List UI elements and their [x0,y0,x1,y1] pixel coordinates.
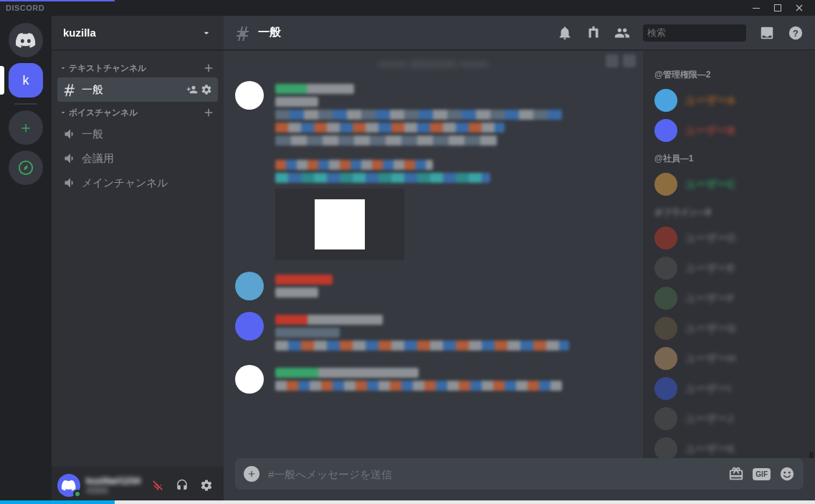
svg-point-5 [781,467,793,480]
message [235,266,631,306]
chevron-down-icon [59,64,67,72]
member-item[interactable]: ユーザーK [654,434,809,458]
chevron-down-icon [201,27,212,39]
hash-icon [63,82,77,97]
member-list: @管理権限—2 ユーザーA ユーザーB @社員—1 ユーザーC オフライン—8 … [643,50,815,458]
gear-icon[interactable] [201,84,212,95]
member-item[interactable]: ユーザーA [654,85,809,115]
message-list: ━━━━━ 2021/01/01 ━━━━━ [224,50,643,458]
main-area: 一般 ? ━━━━━ 2021/01/01 ━━━━━ [224,16,815,504]
member-item[interactable]: ユーザーE [654,253,809,283]
svg-point-7 [788,472,791,474]
window-maximize-button[interactable] [768,0,788,16]
voice-channel-main[interactable]: メインチャンネル [57,171,218,195]
explore-servers-button[interactable] [9,151,43,185]
help-icon[interactable]: ? [788,25,804,41]
deafen-button[interactable] [171,474,194,497]
emoji-icon[interactable] [779,466,795,482]
channel-sidebar: kuzilla テキストチャンネル 一般 ボイスチャンネル [52,16,224,504]
date-divider: ━━━━━ 2021/01/01 ━━━━━ [235,59,631,70]
user-avatar[interactable] [57,474,80,497]
window-close-button[interactable] [789,0,809,16]
channel-title: 一般 [258,25,281,40]
text-channel-general[interactable]: 一般 [57,77,218,102]
message-attachment[interactable] [275,189,404,260]
attach-button[interactable] [244,466,259,482]
server-separator [14,103,37,105]
channel-label: メインチャンネル [82,176,168,190]
role-heading-staff: @社員—1 [654,153,809,165]
channel-label: 会議用 [82,152,114,166]
search-box[interactable] [643,24,746,42]
svg-rect-1 [775,5,781,11]
message-composer: GIF [235,458,804,490]
member-item[interactable]: ユーザーI [654,374,809,404]
voice-channel-meeting[interactable]: 会議用 [57,146,218,171]
settings-button[interactable] [195,474,218,497]
members-icon[interactable] [614,25,630,41]
channel-header: 一般 ? [224,16,815,50]
member-scrollbar-thumb[interactable] [809,452,814,458]
member-item[interactable]: ユーザーB [654,115,809,146]
voice-channel-general[interactable]: 一般 [57,122,218,146]
inbox-icon[interactable] [759,25,775,41]
member-item[interactable]: ユーザーG [654,313,809,343]
message-body [275,81,631,260]
role-heading-offline: オフライン—8 [654,206,809,219]
message-input[interactable] [268,468,720,480]
window-minimize-button[interactable] [746,0,766,16]
server-icon-selected[interactable]: k [9,63,43,98]
chevron-down-icon [59,108,67,117]
hash-icon [235,24,252,42]
username: kuzilla#1234 [86,476,140,486]
member-item[interactable]: ユーザーF [654,283,809,313]
channel-label: 一般 [82,128,103,141]
bottom-accent-bar [0,500,815,504]
server-column: k ＋ [0,16,52,504]
invite-icon[interactable] [186,84,198,95]
add-server-button[interactable]: ＋ [9,110,43,145]
user-panel: kuzilla#1234 #0000 [52,467,224,504]
svg-text:?: ? [793,27,799,38]
gif-button[interactable]: GIF [753,468,771,480]
message-avatar[interactable] [235,81,264,110]
server-name: kuzilla [63,27,96,39]
channel-label: 一般 [82,83,103,97]
member-item[interactable]: ユーザーC [654,169,809,199]
message [235,359,631,399]
message-avatar[interactable] [235,272,264,300]
speaker-icon [63,151,77,166]
pin-icon[interactable] [586,25,601,41]
svg-rect-0 [753,8,760,9]
member-item[interactable]: ユーザーH [654,343,809,374]
category-text-channels[interactable]: テキストチャンネル [57,57,218,77]
message [235,75,631,266]
message-avatar[interactable] [235,365,264,394]
member-item[interactable]: ユーザーD [654,223,809,253]
add-channel-icon[interactable] [202,106,215,119]
speaker-icon [63,127,77,141]
role-heading-admin: @管理権限—2 [654,69,809,81]
message-avatar[interactable] [235,312,264,341]
server-header[interactable]: kuzilla [52,16,224,50]
status-online-icon [73,490,82,498]
search-input[interactable] [647,27,768,38]
add-channel-icon[interactable] [202,62,215,75]
svg-point-6 [783,472,786,474]
user-tag: #0000 [86,486,140,495]
mute-button[interactable] [146,474,169,497]
member-item[interactable]: ユーザーJ [654,404,809,434]
category-voice-channels[interactable]: ボイスチャンネル [57,102,218,122]
bell-icon[interactable] [557,25,573,41]
gift-icon[interactable] [728,466,744,482]
speaker-icon [63,176,77,190]
home-button[interactable] [9,23,43,57]
window-titlebar: DISCORD [0,0,815,16]
message [235,306,631,359]
app-brand: DISCORD [6,4,44,12]
